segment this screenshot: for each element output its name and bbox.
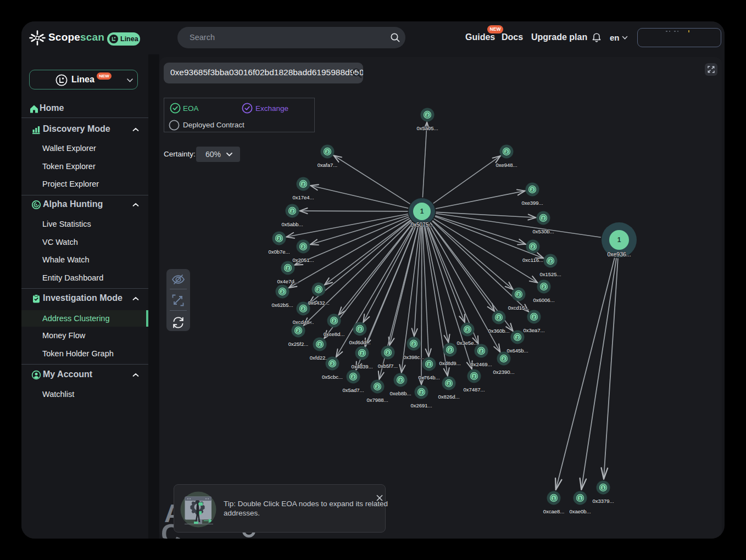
svg-text:0xeb8b...: 0xeb8b... (389, 390, 411, 396)
svg-text:2: 2 (448, 381, 450, 386)
svg-text:0xd6dd...: 0xd6dd... (349, 339, 370, 345)
svg-text:0xce8d...: 0xce8d... (324, 331, 345, 337)
svg-text:2: 2 (466, 327, 469, 332)
svg-text:0x530b...: 0x530b... (532, 228, 554, 234)
svg-text:2: 2 (318, 287, 320, 292)
svg-text:2: 2 (549, 259, 552, 264)
svg-text:0xcd15...: 0xcd15... (508, 305, 530, 311)
svg-text:2: 2 (532, 244, 535, 249)
svg-text:0x0b7e...: 0x0b7e... (268, 249, 290, 255)
svg-text:2: 2 (533, 315, 536, 320)
svg-text:2: 2 (319, 342, 321, 347)
svg-text:2: 2 (281, 289, 284, 294)
svg-text:0x7487...: 0x7487... (463, 387, 485, 393)
svg-text:0x7988...: 0x7988... (366, 397, 388, 403)
svg-text:2: 2 (352, 374, 355, 379)
svg-text:2: 2 (361, 351, 364, 356)
svg-text:2: 2 (498, 315, 500, 320)
svg-text:0x398c...: 0x398c... (403, 354, 425, 360)
svg-text:0x2691...: 0x2691... (410, 402, 432, 408)
svg-text:0xb5f7...: 0xb5f7... (378, 363, 398, 369)
svg-text:2: 2 (376, 384, 379, 389)
svg-text:0x3379...: 0x3379... (592, 498, 614, 504)
svg-text:2: 2 (413, 341, 415, 346)
svg-text:0x6432...: 0x6432... (308, 300, 329, 306)
svg-text:2: 2 (302, 306, 305, 311)
svg-text:0xae0b...: 0xae0b... (569, 508, 591, 514)
svg-text:0xe936...: 0xe936... (607, 251, 631, 257)
svg-text:1: 1 (602, 485, 605, 490)
svg-text:0x4d39...: 0x4d39... (351, 363, 372, 369)
svg-text:2: 2 (387, 350, 389, 355)
svg-text:2: 2 (326, 149, 329, 154)
svg-text:2: 2 (359, 327, 361, 332)
svg-text:0x4e7d...: 0x4e7d... (277, 278, 298, 284)
svg-text:0x645b...: 0x645b... (506, 348, 528, 354)
svg-text:2: 2 (302, 244, 305, 249)
svg-text:2: 2 (428, 362, 431, 367)
svg-text:0x5075...: 0x5075... (410, 222, 433, 228)
svg-text:0xc116...: 0xc116... (522, 257, 543, 263)
svg-text:0x3ea7...: 0x3ea7... (523, 327, 544, 333)
svg-text:0x360b...: 0x360b... (488, 328, 509, 334)
svg-text:2: 2 (302, 182, 305, 187)
svg-text:0x826d...: 0x826d... (438, 394, 459, 400)
svg-text:0xcae8...: 0xcae8... (543, 508, 565, 514)
svg-text:2: 2 (420, 390, 423, 395)
svg-text:0x17e4...: 0x17e4... (292, 194, 314, 200)
svg-text:2: 2 (399, 378, 402, 383)
svg-text:1: 1 (579, 496, 582, 501)
svg-text:2: 2 (542, 216, 545, 221)
svg-text:2: 2 (517, 292, 520, 297)
svg-text:0xe948...: 0xe948... (496, 162, 517, 168)
svg-text:0xd8d9...: 0xd8d9... (439, 360, 460, 366)
svg-text:0x5cbc...: 0x5cbc... (322, 374, 343, 380)
svg-text:0x5ad7...: 0x5ad7... (342, 387, 364, 393)
svg-text:2: 2 (291, 209, 294, 214)
svg-text:2: 2 (503, 356, 505, 361)
svg-text:0x6006...: 0x6006... (533, 297, 554, 303)
svg-text:2: 2 (543, 284, 545, 289)
svg-text:1: 1 (420, 208, 424, 215)
svg-text:2: 2 (333, 318, 336, 323)
svg-text:2: 2 (331, 361, 334, 366)
svg-text:0x1525...: 0x1525... (539, 271, 561, 277)
svg-text:1: 1 (617, 236, 621, 244)
svg-text:0x764b...: 0x764b... (418, 374, 439, 380)
svg-text:2: 2 (297, 328, 300, 333)
svg-text:0x62b5...: 0x62b5... (271, 302, 293, 308)
svg-text:2: 2 (516, 335, 519, 340)
svg-text:0xe399...: 0xe399... (521, 200, 543, 206)
svg-text:2: 2 (278, 236, 281, 241)
svg-text:2: 2 (505, 149, 508, 154)
svg-text:0x5a05...: 0x5a05... (416, 125, 438, 131)
svg-text:0x3e5e...: 0x3e5e... (456, 340, 478, 346)
svg-text:0xafa7...: 0xafa7... (318, 162, 337, 168)
svg-text:2: 2 (287, 266, 290, 271)
svg-text:0x2390...: 0x2390... (493, 369, 514, 375)
svg-text:2: 2 (426, 113, 429, 117)
svg-text:0x2051...: 0x2051... (292, 257, 314, 263)
svg-text:1: 1 (553, 496, 555, 501)
svg-text:2: 2 (449, 348, 452, 352)
svg-text:0x5abb...: 0x5abb... (281, 221, 303, 227)
svg-text:0x2469...: 0x2469... (470, 361, 492, 367)
svg-text:0x25f2...: 0x25f2... (288, 341, 308, 347)
svg-text:2: 2 (473, 374, 476, 379)
svg-text:2: 2 (480, 349, 483, 354)
svg-text:2: 2 (531, 187, 534, 192)
